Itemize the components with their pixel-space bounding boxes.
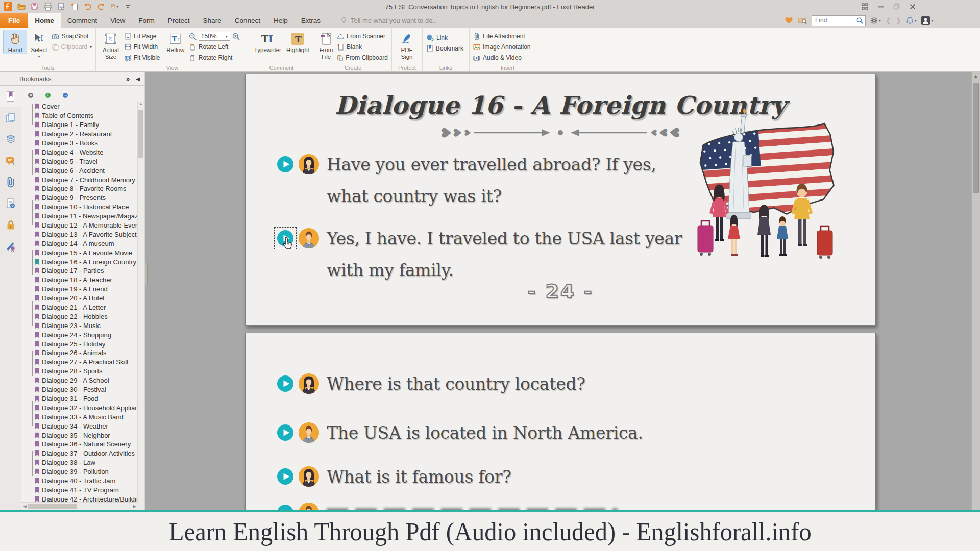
sidebar-item-comments[interactable]	[0, 150, 21, 171]
back-icon[interactable]: ❮	[886, 17, 891, 24]
bookmark-item[interactable]: Dialogue 41 - TV Program	[21, 485, 138, 494]
panel-collapse-icon[interactable]: ◀	[136, 76, 140, 82]
scroll-up-icon[interactable]: ▲	[972, 72, 980, 80]
sidebar-item-signatures[interactable]	[0, 236, 21, 257]
tab-extras[interactable]: Extras	[295, 13, 327, 28]
search-folder-icon[interactable]	[798, 16, 807, 24]
image-annotation-button[interactable]: Image Annotation	[473, 42, 530, 52]
customize-toolbar-icon[interactable]	[123, 2, 132, 11]
bookmark-item[interactable]: Dialogue 17 - Parties	[21, 266, 138, 276]
audio-play-button[interactable]	[277, 156, 293, 172]
document-preview-icon[interactable]	[57, 2, 65, 11]
bookmark-item[interactable]: Dialogue 8 - Favorite Rooms	[21, 184, 138, 193]
tab-protect[interactable]: Protect	[161, 13, 197, 28]
bookmark-item[interactable]: Dialogue 37 - Outdoor Activities	[21, 449, 138, 458]
bookmark-item[interactable]: Dialogue 5 - Travel	[21, 157, 138, 166]
undo-icon[interactable]	[83, 2, 92, 11]
add-bookmark-button[interactable]: +	[42, 89, 48, 97]
bookmark-item[interactable]: Dialogue 23 - Music	[21, 321, 138, 330]
bookmark-item[interactable]: Dialogue 38 - Law	[21, 458, 138, 467]
bookmark-item[interactable]: Dialogue 31 - Food	[21, 394, 138, 404]
panel-expand-icon[interactable]: »	[126, 75, 130, 83]
bookmark-item[interactable]: Dialogue 18 - A Teacher	[21, 276, 138, 285]
bookmark-item[interactable]: Dialogue 14 - A museum	[21, 239, 138, 248]
tab-home[interactable]: Home	[28, 13, 61, 28]
bookmark-item[interactable]: Dialogue 10 - Historical Place	[21, 203, 138, 212]
settings-gear-icon[interactable]: ▾	[870, 17, 881, 24]
fit-visible-button[interactable]: Fit Visible	[125, 53, 162, 62]
bookmark-item[interactable]: Dialogue 13 - A Favorite Subject	[21, 230, 138, 239]
tab-share[interactable]: Share	[197, 13, 228, 28]
tab-file[interactable]: File	[0, 13, 28, 28]
link-button[interactable]: Link	[426, 33, 463, 42]
file-attachment-button[interactable]: File Attachment	[473, 32, 530, 41]
scroll-right-icon[interactable]: ▶	[131, 504, 138, 509]
sidebar-item-layers[interactable]	[0, 129, 21, 150]
zoom-level-combo[interactable]: 150%▾	[199, 32, 230, 41]
zoom-in-icon[interactable]	[232, 33, 240, 40]
bookmark-item[interactable]: Dialogue 32 - Household Appliance	[21, 403, 138, 412]
bookmark-item[interactable]: Dialogue 21 - A Letter	[21, 303, 138, 312]
account-avatar-icon[interactable]: ▾	[921, 16, 934, 25]
find-box[interactable]	[812, 15, 866, 26]
zoom-out-icon[interactable]	[189, 33, 197, 40]
delete-bookmark-button[interactable]: ×	[24, 89, 31, 97]
print-icon[interactable]	[43, 2, 52, 11]
bookmark-item[interactable]: Dialogue 39 - Pollution	[21, 467, 138, 477]
from-scanner-button[interactable]: From Scanner	[337, 32, 388, 41]
panel-resize-handle[interactable]	[145, 263, 148, 285]
bookmark-item[interactable]: Dialogue 34 - Weather	[21, 421, 138, 431]
pdf-sign-button[interactable]: PDF Sign	[396, 30, 418, 60]
bookmark-item[interactable]: Dialogue 4 - Website	[21, 147, 138, 157]
document-vertical-scrollbar[interactable]: ▲	[971, 72, 980, 551]
tab-comment[interactable]: Comment	[61, 13, 104, 28]
tell-me-box[interactable]: Tell me what you want to do..	[340, 13, 436, 28]
sidebar-item-bookmarks[interactable]	[0, 86, 21, 107]
reflow-button[interactable]: TT Reflow	[165, 30, 186, 54]
highlight-button[interactable]: T Highlight	[285, 30, 310, 54]
bookmark-item[interactable]: Dialogue 33 - A Music Band	[21, 412, 138, 421]
open-file-icon[interactable]	[17, 2, 26, 11]
snapshot-button[interactable]: SnapShot	[52, 32, 92, 41]
audio-play-button[interactable]	[277, 468, 293, 485]
scroll-up-icon[interactable]: ▲	[138, 101, 144, 107]
bookmark-item[interactable]: Dialogue 40 - Traffic Jam	[21, 477, 138, 486]
fit-page-button[interactable]: Fit Page	[125, 32, 162, 41]
bookmark-item[interactable]: Dialogue 16 - A Foreign Country	[21, 257, 138, 266]
bookmark-item[interactable]: Dialogue 28 - Sports	[21, 367, 138, 376]
bookmark-item[interactable]: Dialogue 7 - Childhood Memory	[21, 175, 138, 184]
sidebar-item-attachments[interactable]	[0, 171, 21, 193]
bookmark-item[interactable]: Dialogue 24 - Shopping	[21, 330, 138, 339]
scrollbar-thumb[interactable]	[973, 83, 979, 193]
select-dropdown-arrow[interactable]: ▾	[38, 54, 40, 60]
tab-connect[interactable]: Connect	[228, 13, 267, 28]
bookmark-item[interactable]: Dialogue 15 - A Favorite Movie	[21, 248, 138, 257]
bookmark-item[interactable]: Dialogue 42 - Architecture/Building	[21, 494, 138, 502]
close-button[interactable]	[909, 3, 916, 10]
bookmark-item[interactable]: Dialogue 36 - Natural Scenery	[21, 440, 138, 449]
minimize-button[interactable]	[877, 3, 884, 10]
goto-bookmark-button[interactable]: →	[59, 89, 66, 97]
tab-form[interactable]: Form	[132, 13, 161, 28]
bookmark-item[interactable]: Dialogue 26 - Animals	[21, 348, 138, 358]
bookmark-item[interactable]: Cover	[21, 102, 138, 111]
fit-width-button[interactable]: Fit Width	[125, 42, 162, 52]
actual-size-button[interactable]: Actual Size	[100, 30, 122, 60]
from-clipboard-button[interactable]: From Clipboard	[337, 53, 388, 62]
layout-switch-icon[interactable]	[862, 3, 868, 10]
bookmark-item[interactable]: Dialogue 9 - Presents	[21, 193, 138, 203]
bookmark-link-button[interactable]: Bookmark	[426, 44, 463, 53]
restore-button[interactable]	[893, 3, 900, 10]
bookmark-item[interactable]: Dialogue 3 - Books	[21, 139, 138, 148]
forward-icon[interactable]: ❯	[896, 17, 901, 24]
donate-heart-icon[interactable]	[785, 16, 793, 24]
from-file-button[interactable]: From File	[318, 30, 334, 60]
find-magnifier-icon[interactable]	[856, 17, 863, 24]
bookmark-item[interactable]: Dialogue 12 - A Memorable Event	[21, 221, 138, 230]
bookmark-item[interactable]: Dialogue 22 - Hobbies	[21, 312, 138, 321]
notifications-bell-icon[interactable]: ▾	[906, 16, 917, 24]
touch-mode-icon[interactable]: ▾	[110, 2, 118, 11]
audio-play-button[interactable]	[277, 424, 293, 441]
bookmark-item[interactable]: Dialogue 29 - A School	[21, 376, 138, 385]
find-input[interactable]	[814, 16, 852, 24]
